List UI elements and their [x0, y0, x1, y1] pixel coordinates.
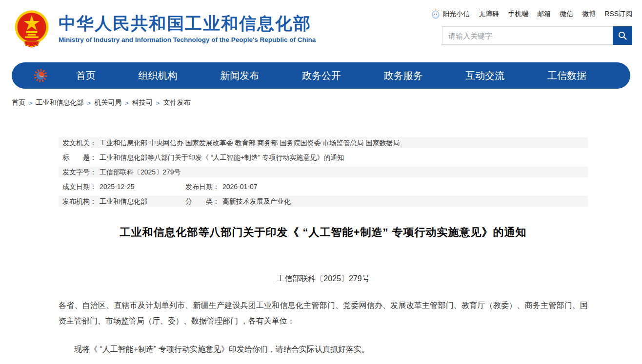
nav-item-news[interactable]: 新闻发布: [215, 66, 264, 85]
meta-label: 标 题：: [62, 152, 97, 163]
breadcrumb-separator: >: [29, 99, 33, 107]
gear-e-logo-icon: [33, 67, 50, 84]
meta-value: 2026-01-07: [222, 181, 258, 192]
site-header: 中华人民共和国工业和信息化部 Ministry of Industry and …: [0, 0, 642, 59]
main-nav: 首页 组织机构 新闻发布 政务公开 政务服务 互动交流 工信数据: [12, 62, 630, 89]
meta-row-org-category: 发布机构： 工业和信息化部 分 类： 高新技术发展及产业化: [59, 196, 588, 207]
meta-label: 发布机构：: [62, 196, 97, 207]
meta-value: 工业和信息化部等八部门关于印发《 “人工智能+制造” 专项行动实施意见》的通知: [100, 152, 344, 163]
top-link-accessibility[interactable]: 无障碍: [479, 10, 499, 19]
top-utility-links: 阳光小信 无障碍 手机端 邮箱 微信 微博 RSS订阅: [431, 9, 632, 19]
article-title: 工业和信息化部等八部门关于印发《 “人工智能+制造” 专项行动实施意见》的通知: [59, 225, 588, 240]
search-button[interactable]: [613, 26, 632, 45]
search-input[interactable]: [442, 26, 613, 45]
meta-value: 2025-12-25: [100, 181, 135, 192]
nav-item-home[interactable]: 首页: [71, 66, 100, 85]
top-link-label: 阳光小信: [442, 10, 470, 19]
meta-label: 发布日期：: [185, 181, 220, 192]
meta-label: 发文字号：: [62, 167, 97, 177]
search-icon: [618, 31, 627, 40]
site-title: 中华人民共和国工业和信息化部: [59, 14, 316, 33]
breadcrumb-departments[interactable]: 机关司局: [94, 98, 121, 107]
top-link-weibo[interactable]: 微博: [582, 10, 596, 19]
article-paragraph-body: 现将《 “人工智能+制造” 专项行动实施意见》印发给你们，请结合实际认真抓好落实…: [59, 342, 588, 357]
article-paragraph-recipients: 各省、自治区、直辖市及计划单列市、新疆生产建设兵团工业和信息化主管部门、党委网信…: [59, 298, 588, 329]
meta-row-issuing-org: 发文机关： 工业和信息化部 中央网信办 国家发展改革委 教育部 商务部 国务院国…: [59, 137, 588, 148]
meta-value: 工业和信息化部: [100, 196, 147, 207]
top-link-sunshine[interactable]: 阳光小信: [431, 9, 470, 19]
meta-value: 高新技术发展及产业化: [222, 196, 291, 207]
search-bar: [442, 26, 632, 45]
site-logo[interactable]: 中华人民共和国工业和信息化部 Ministry of Industry and …: [12, 9, 316, 49]
meta-row-dates: 成文日期： 2025-12-25 发布日期： 2026-01-07: [59, 181, 588, 192]
document-meta-table: 发文机关： 工业和信息化部 中央网信办 国家发展改革委 教育部 商务部 国务院国…: [59, 137, 588, 207]
mascot-icon: [431, 9, 441, 19]
top-link-rss[interactable]: RSS订阅: [604, 10, 632, 19]
nav-item-gov-disclosure[interactable]: 政务公开: [297, 66, 346, 85]
breadcrumb-home[interactable]: 首页: [12, 98, 25, 107]
meta-label: 发文机关：: [62, 137, 97, 148]
national-emblem-icon: [12, 9, 52, 49]
meta-value: 工业和信息化部 中央网信办 国家发展改革委 教育部 商务部 国务院国资委 市场监…: [100, 137, 400, 148]
top-link-mobile[interactable]: 手机端: [508, 10, 528, 19]
breadcrumb-separator: >: [156, 99, 160, 107]
nav-item-organization[interactable]: 组织机构: [134, 66, 182, 85]
top-link-mail[interactable]: 邮箱: [537, 10, 551, 19]
article-doc-number: 工信部联科〔2025〕279号: [59, 274, 588, 284]
nav-item-interaction[interactable]: 互动交流: [461, 66, 509, 85]
nav-items: 首页 组织机构 新闻发布 政务公开 政务服务 互动交流 工信数据: [55, 66, 608, 85]
meta-row-doc-number: 发文字号： 工信部联科〔2025〕279号: [59, 167, 588, 177]
nav-item-miit-data[interactable]: 工信数据: [542, 66, 591, 85]
breadcrumb-separator: >: [125, 99, 129, 107]
meta-value: 工信部联科〔2025〕279号: [100, 167, 181, 177]
meta-label: 成文日期：: [62, 181, 97, 192]
breadcrumb-science-tech-dept[interactable]: 科技司: [132, 98, 153, 107]
document-page: 发文机关： 工业和信息化部 中央网信办 国家发展改革委 教育部 商务部 国务院国…: [59, 137, 588, 357]
breadcrumb: 首页 > 工业和信息化部 > 机关司局 > 科技司 > 文件发布: [12, 98, 642, 107]
breadcrumb-separator: >: [87, 99, 91, 107]
top-link-wechat[interactable]: 微信: [560, 10, 573, 19]
nav-item-gov-services[interactable]: 政务服务: [379, 66, 428, 85]
site-subtitle: Ministry of Industry and Information Tec…: [59, 36, 316, 43]
breadcrumb-miit[interactable]: 工业和信息化部: [36, 98, 84, 107]
brand-text: 中华人民共和国工业和信息化部 Ministry of Industry and …: [59, 14, 316, 43]
meta-row-title: 标 题： 工业和信息化部等八部门关于印发《 “人工智能+制造” 专项行动实施意见…: [59, 152, 588, 163]
meta-label: 分 类：: [185, 196, 220, 207]
breadcrumb-document-release: 文件发布: [163, 98, 190, 107]
